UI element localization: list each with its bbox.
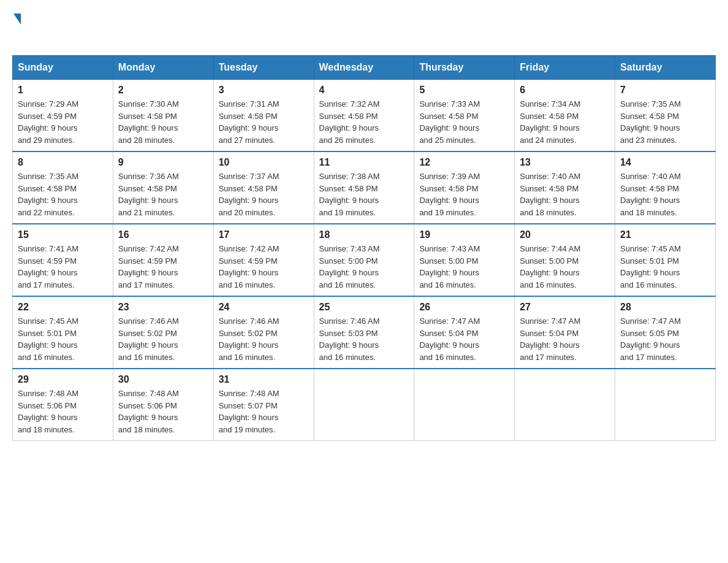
page-header bbox=[12, 12, 716, 43]
calendar-week-row: 22 Sunrise: 7:45 AM Sunset: 5:01 PM Dayl… bbox=[13, 296, 716, 369]
day-number: 29 bbox=[18, 374, 108, 385]
day-info: Sunrise: 7:40 AM Sunset: 4:58 PM Dayligh… bbox=[620, 170, 710, 218]
calendar-table: Sunday Monday Tuesday Wednesday Thursday… bbox=[12, 55, 716, 441]
table-row: 21 Sunrise: 7:45 AM Sunset: 5:01 PM Dayl… bbox=[615, 224, 716, 296]
logo bbox=[12, 12, 22, 43]
table-row: 6 Sunrise: 7:34 AM Sunset: 4:58 PM Dayli… bbox=[515, 80, 615, 152]
day-info: Sunrise: 7:46 AM Sunset: 5:03 PM Dayligh… bbox=[319, 315, 409, 363]
col-wednesday: Wednesday bbox=[314, 56, 414, 80]
table-row: 17 Sunrise: 7:42 AM Sunset: 4:59 PM Dayl… bbox=[213, 224, 314, 296]
day-number: 8 bbox=[18, 157, 108, 168]
table-row: 14 Sunrise: 7:40 AM Sunset: 4:58 PM Dayl… bbox=[615, 151, 716, 224]
day-number: 31 bbox=[219, 374, 309, 385]
col-sunday: Sunday bbox=[13, 56, 113, 80]
day-number: 21 bbox=[620, 229, 710, 240]
table-row bbox=[314, 369, 414, 441]
day-info: Sunrise: 7:45 AM Sunset: 5:01 PM Dayligh… bbox=[620, 243, 710, 291]
day-info: Sunrise: 7:48 AM Sunset: 5:06 PM Dayligh… bbox=[118, 388, 208, 435]
table-row: 24 Sunrise: 7:46 AM Sunset: 5:02 PM Dayl… bbox=[213, 296, 314, 369]
calendar-week-row: 8 Sunrise: 7:35 AM Sunset: 4:58 PM Dayli… bbox=[13, 151, 716, 224]
day-info: Sunrise: 7:47 AM Sunset: 5:05 PM Dayligh… bbox=[620, 315, 710, 363]
table-row: 9 Sunrise: 7:36 AM Sunset: 4:58 PM Dayli… bbox=[113, 151, 213, 224]
table-row: 29 Sunrise: 7:48 AM Sunset: 5:06 PM Dayl… bbox=[13, 369, 113, 441]
table-row: 22 Sunrise: 7:45 AM Sunset: 5:01 PM Dayl… bbox=[13, 296, 113, 369]
day-number: 17 bbox=[219, 229, 309, 240]
table-row: 12 Sunrise: 7:39 AM Sunset: 4:58 PM Dayl… bbox=[414, 151, 515, 224]
table-row bbox=[615, 369, 716, 441]
day-info: Sunrise: 7:42 AM Sunset: 4:59 PM Dayligh… bbox=[219, 243, 309, 291]
col-monday: Monday bbox=[113, 56, 213, 80]
day-info: Sunrise: 7:43 AM Sunset: 5:00 PM Dayligh… bbox=[319, 243, 409, 291]
calendar-week-row: 15 Sunrise: 7:41 AM Sunset: 4:59 PM Dayl… bbox=[13, 224, 716, 296]
day-info: Sunrise: 7:36 AM Sunset: 4:58 PM Dayligh… bbox=[118, 170, 208, 218]
day-number: 18 bbox=[319, 229, 409, 240]
col-saturday: Saturday bbox=[615, 56, 716, 80]
day-number: 28 bbox=[620, 302, 710, 313]
day-number: 19 bbox=[419, 229, 509, 240]
calendar-week-row: 29 Sunrise: 7:48 AM Sunset: 5:06 PM Dayl… bbox=[13, 369, 716, 441]
day-info: Sunrise: 7:40 AM Sunset: 4:58 PM Dayligh… bbox=[520, 170, 610, 218]
day-info: Sunrise: 7:29 AM Sunset: 4:59 PM Dayligh… bbox=[18, 98, 108, 146]
day-info: Sunrise: 7:47 AM Sunset: 5:04 PM Dayligh… bbox=[419, 315, 509, 363]
logo-arrow-icon bbox=[13, 13, 21, 25]
day-info: Sunrise: 7:39 AM Sunset: 4:58 PM Dayligh… bbox=[419, 170, 509, 218]
day-number: 6 bbox=[520, 85, 610, 96]
table-row: 30 Sunrise: 7:48 AM Sunset: 5:06 PM Dayl… bbox=[113, 369, 213, 441]
col-tuesday: Tuesday bbox=[213, 56, 314, 80]
day-number: 22 bbox=[18, 302, 108, 313]
table-row: 18 Sunrise: 7:43 AM Sunset: 5:00 PM Dayl… bbox=[314, 224, 414, 296]
table-row: 16 Sunrise: 7:42 AM Sunset: 4:59 PM Dayl… bbox=[113, 224, 213, 296]
day-number: 15 bbox=[18, 229, 108, 240]
day-number: 16 bbox=[118, 229, 208, 240]
table-row: 8 Sunrise: 7:35 AM Sunset: 4:58 PM Dayli… bbox=[13, 151, 113, 224]
day-number: 13 bbox=[520, 157, 610, 168]
day-info: Sunrise: 7:32 AM Sunset: 4:58 PM Dayligh… bbox=[319, 98, 409, 146]
day-number: 12 bbox=[419, 157, 509, 168]
day-number: 3 bbox=[219, 85, 309, 96]
day-number: 23 bbox=[118, 302, 208, 313]
table-row: 23 Sunrise: 7:46 AM Sunset: 5:02 PM Dayl… bbox=[113, 296, 213, 369]
day-info: Sunrise: 7:42 AM Sunset: 4:59 PM Dayligh… bbox=[118, 243, 208, 291]
day-info: Sunrise: 7:37 AM Sunset: 4:58 PM Dayligh… bbox=[219, 170, 309, 218]
calendar-week-row: 1 Sunrise: 7:29 AM Sunset: 4:59 PM Dayli… bbox=[13, 80, 716, 152]
table-row: 28 Sunrise: 7:47 AM Sunset: 5:05 PM Dayl… bbox=[615, 296, 716, 369]
table-row: 31 Sunrise: 7:48 AM Sunset: 5:07 PM Dayl… bbox=[213, 369, 314, 441]
table-row bbox=[414, 369, 515, 441]
day-info: Sunrise: 7:31 AM Sunset: 4:58 PM Dayligh… bbox=[219, 98, 309, 146]
table-row: 25 Sunrise: 7:46 AM Sunset: 5:03 PM Dayl… bbox=[314, 296, 414, 369]
day-number: 4 bbox=[319, 85, 409, 96]
table-row: 3 Sunrise: 7:31 AM Sunset: 4:58 PM Dayli… bbox=[213, 80, 314, 152]
table-row: 15 Sunrise: 7:41 AM Sunset: 4:59 PM Dayl… bbox=[13, 224, 113, 296]
day-number: 9 bbox=[118, 157, 208, 168]
day-info: Sunrise: 7:48 AM Sunset: 5:06 PM Dayligh… bbox=[18, 388, 108, 435]
day-number: 25 bbox=[319, 302, 409, 313]
table-row: 13 Sunrise: 7:40 AM Sunset: 4:58 PM Dayl… bbox=[515, 151, 615, 224]
day-info: Sunrise: 7:34 AM Sunset: 4:58 PM Dayligh… bbox=[520, 98, 610, 146]
day-number: 20 bbox=[520, 229, 610, 240]
day-info: Sunrise: 7:44 AM Sunset: 5:00 PM Dayligh… bbox=[520, 243, 610, 291]
day-info: Sunrise: 7:48 AM Sunset: 5:07 PM Dayligh… bbox=[219, 388, 309, 435]
day-number: 1 bbox=[18, 85, 108, 96]
day-info: Sunrise: 7:35 AM Sunset: 4:58 PM Dayligh… bbox=[18, 170, 108, 218]
day-number: 10 bbox=[219, 157, 309, 168]
day-number: 30 bbox=[118, 374, 208, 385]
table-row: 1 Sunrise: 7:29 AM Sunset: 4:59 PM Dayli… bbox=[13, 80, 113, 152]
table-row: 4 Sunrise: 7:32 AM Sunset: 4:58 PM Dayli… bbox=[314, 80, 414, 152]
day-number: 11 bbox=[319, 157, 409, 168]
day-info: Sunrise: 7:35 AM Sunset: 4:58 PM Dayligh… bbox=[620, 98, 710, 146]
table-row: 20 Sunrise: 7:44 AM Sunset: 5:00 PM Dayl… bbox=[515, 224, 615, 296]
day-info: Sunrise: 7:30 AM Sunset: 4:58 PM Dayligh… bbox=[118, 98, 208, 146]
table-row: 5 Sunrise: 7:33 AM Sunset: 4:58 PM Dayli… bbox=[414, 80, 515, 152]
table-row: 26 Sunrise: 7:47 AM Sunset: 5:04 PM Dayl… bbox=[414, 296, 515, 369]
day-info: Sunrise: 7:41 AM Sunset: 4:59 PM Dayligh… bbox=[18, 243, 108, 291]
col-thursday: Thursday bbox=[414, 56, 515, 80]
day-info: Sunrise: 7:47 AM Sunset: 5:04 PM Dayligh… bbox=[520, 315, 610, 363]
day-info: Sunrise: 7:46 AM Sunset: 5:02 PM Dayligh… bbox=[118, 315, 208, 363]
day-info: Sunrise: 7:46 AM Sunset: 5:02 PM Dayligh… bbox=[219, 315, 309, 363]
table-row: 2 Sunrise: 7:30 AM Sunset: 4:58 PM Dayli… bbox=[113, 80, 213, 152]
col-friday: Friday bbox=[515, 56, 615, 80]
table-row: 27 Sunrise: 7:47 AM Sunset: 5:04 PM Dayl… bbox=[515, 296, 615, 369]
day-info: Sunrise: 7:33 AM Sunset: 4:58 PM Dayligh… bbox=[419, 98, 509, 146]
day-number: 24 bbox=[219, 302, 309, 313]
day-number: 27 bbox=[520, 302, 610, 313]
